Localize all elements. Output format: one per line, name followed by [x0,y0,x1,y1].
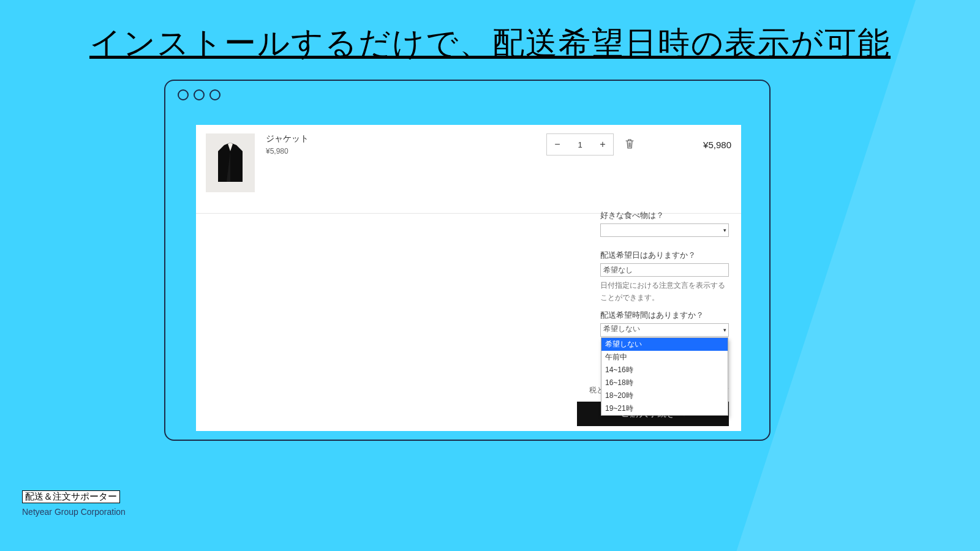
time-option[interactable]: 18~20時 [601,389,728,402]
delivery-time-options: 希望しない 午前中 14~16時 16~18時 18~20時 19~21時 [601,337,728,416]
line-total: ¥5,980 [664,140,731,150]
delivery-date-hint: 日付指定における注意文言を表示することができます。 [600,279,729,304]
footer-brand: 配送＆注文サポーター Netyear Group Corporation [22,490,126,517]
brand-company: Netyear Group Corporation [22,507,126,517]
delivery-time-select[interactable]: 希望しない ▾ 希望しない 午前中 14~16時 16~18時 18~20時 1… [600,323,729,337]
delivery-time-value: 希望しない [603,324,640,333]
window-dot[interactable] [178,89,189,100]
time-option[interactable]: 16~18時 [601,377,728,389]
window-dot[interactable] [209,89,221,100]
delivery-time-label: 配送希望時間はありますか？ [600,310,729,321]
qty-value: 1 [568,140,592,149]
brand-plate: 配送＆注文サポーター [22,490,120,503]
fav-food-label: 好きな食べ物は？ [600,211,729,221]
remove-item-button[interactable] [625,138,635,151]
product-thumbnail [206,133,255,192]
browser-window: ジャケット ¥5,980 − 1 + ¥5,980 好きな食べ物は？ [164,80,771,441]
page-content: ジャケット ¥5,980 − 1 + ¥5,980 好きな食べ物は？ [196,125,741,431]
window-dot[interactable] [194,89,205,100]
delivery-date-input[interactable]: 希望なし [600,263,729,277]
page-headline: インストールするだけで、配送希望日時の表示が可能 [0,22,980,65]
trash-icon [625,138,635,149]
jacket-icon [212,139,249,187]
qty-increase-button[interactable]: + [592,134,613,155]
time-option[interactable]: 14~16時 [601,364,728,377]
delivery-date-label: 配送希望日はありますか？ [600,250,729,261]
quantity-stepper: − 1 + [546,133,614,156]
cart-line-item: ジャケット ¥5,980 − 1 + ¥5,980 [196,125,741,214]
time-option[interactable]: 午前中 [601,351,728,364]
product-unit-price: ¥5,980 [266,147,450,156]
fav-food-select[interactable]: ▾ [600,223,729,237]
qty-decrease-button[interactable]: − [547,134,568,155]
time-option[interactable]: 希望しない [601,338,728,351]
chevron-down-icon: ▾ [723,327,726,333]
window-controls [178,89,221,100]
checkout-options: 好きな食べ物は？ ▾ 配送希望日はありますか？ 希望なし 日付指定における注意文… [600,211,729,337]
time-option[interactable]: 19~21時 [601,402,728,415]
product-name: ジャケット [266,133,450,144]
chevron-down-icon: ▾ [723,227,726,233]
